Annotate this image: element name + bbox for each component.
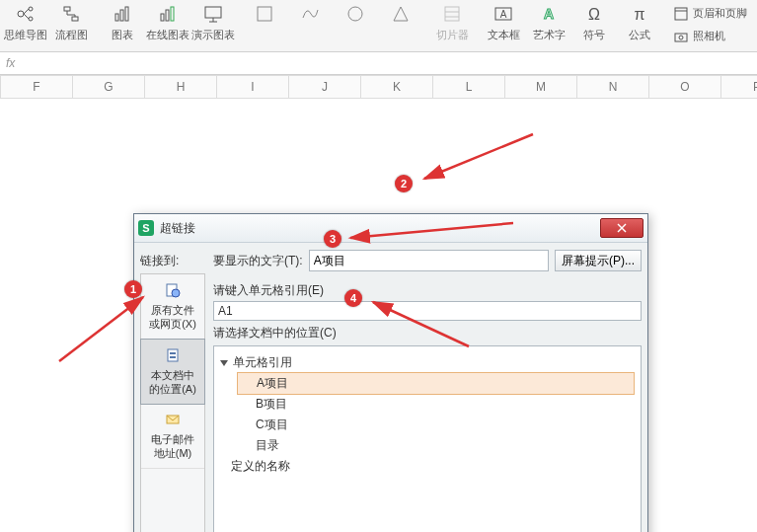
ribbon-formula[interactable]: π 公式 bbox=[618, 2, 661, 42]
column-header[interactable]: G bbox=[73, 76, 145, 99]
column-header[interactable]: J bbox=[289, 76, 361, 99]
svg-rect-7 bbox=[115, 14, 118, 21]
ribbon-flowchart[interactable]: 流程图 bbox=[49, 2, 93, 42]
ribbon-slicer[interactable]: 切片器 bbox=[430, 2, 474, 42]
tree-node-b[interactable]: B项目 bbox=[220, 394, 635, 415]
svg-text:A: A bbox=[544, 6, 554, 22]
column-header[interactable]: O bbox=[649, 76, 721, 99]
tree-node-label: 单元格引用 bbox=[233, 355, 292, 369]
svg-rect-5 bbox=[64, 7, 70, 11]
svg-line-4 bbox=[24, 14, 29, 19]
column-headers: FGHIJKLMNOP bbox=[0, 75, 757, 99]
svg-point-36 bbox=[172, 289, 180, 297]
link-to-sidebar: 原有文件 或网页(X) 本文档中 的位置(A) 电子邮件 地址(M) bbox=[140, 273, 205, 532]
ribbon-shapes-2[interactable] bbox=[288, 2, 332, 26]
column-header[interactable]: M bbox=[505, 76, 577, 99]
shapes-icon bbox=[389, 2, 413, 26]
svg-text:A: A bbox=[500, 9, 507, 20]
ribbon-shapes-4[interactable] bbox=[379, 2, 422, 26]
shapes-icon bbox=[343, 2, 367, 26]
tree-node-a[interactable]: A项目 bbox=[237, 372, 635, 395]
svg-rect-6 bbox=[72, 17, 78, 21]
wordart-icon: A bbox=[537, 2, 561, 26]
ribbon-flowchart-label: 流程图 bbox=[55, 28, 88, 42]
sidebar-item-email[interactable]: 电子邮件 地址(M) bbox=[141, 404, 204, 469]
ribbon-online-chart[interactable]: 在线图表 bbox=[146, 2, 189, 42]
ribbon-slicer-label: 切片器 bbox=[436, 28, 469, 42]
slicer-icon bbox=[440, 2, 464, 26]
svg-rect-13 bbox=[205, 7, 221, 18]
column-header[interactable]: P bbox=[721, 76, 758, 99]
svg-rect-19 bbox=[445, 7, 459, 21]
ribbon-mindmap-label: 思维导图 bbox=[4, 28, 47, 42]
worksheet[interactable]: FGHIJKLMNOP S 超链接 链接到: 原有文件 或网页(X) bbox=[0, 75, 757, 532]
ribbon-textbox[interactable]: A 文本框 bbox=[482, 2, 525, 42]
dialog-titlebar[interactable]: S 超链接 bbox=[134, 214, 647, 243]
tree-node-toc[interactable]: 目录 bbox=[220, 435, 635, 456]
sidebar-item-thisdoc[interactable]: 本文档中 的位置(A) bbox=[140, 339, 205, 405]
ribbon-present-chart[interactable]: 演示图表 bbox=[191, 2, 235, 42]
mindmap-icon bbox=[14, 2, 38, 26]
ribbon-insert-group-2: 对象 附件 bbox=[752, 2, 757, 47]
shapes-icon bbox=[298, 2, 322, 26]
display-text-input[interactable] bbox=[309, 250, 549, 271]
email-icon bbox=[164, 412, 182, 429]
column-header[interactable]: L bbox=[433, 76, 505, 99]
ribbon-attachment[interactable]: 附件 bbox=[752, 25, 757, 47]
location-tree[interactable]: 单元格引用 A项目 B项目 C项目 目录 定义的名称 bbox=[213, 345, 642, 532]
formula-bar[interactable]: fx bbox=[0, 52, 757, 75]
ribbon-shapes-3[interactable] bbox=[334, 2, 377, 26]
tree-node-label: C项目 bbox=[238, 418, 288, 431]
sidebar-item-existing[interactable]: 原有文件 或网页(X) bbox=[141, 274, 204, 340]
svg-line-42 bbox=[424, 134, 533, 179]
ribbon-object[interactable]: 对象 bbox=[752, 2, 757, 25]
ribbon-symbol-label: 符号 bbox=[583, 28, 605, 42]
ribbon-camera[interactable]: 照相机 bbox=[669, 25, 750, 47]
display-text-row: 要显示的文字(T): 屏幕提示(P)... bbox=[213, 249, 642, 272]
svg-rect-38 bbox=[170, 352, 176, 354]
ribbon-shapes-1[interactable] bbox=[243, 2, 286, 26]
ribbon-wordart[interactable]: A 艺术字 bbox=[527, 2, 570, 42]
cellref-label: 请键入单元格引用(E) bbox=[213, 282, 642, 299]
present-chart-icon bbox=[201, 2, 225, 26]
this-doc-icon bbox=[164, 347, 182, 365]
svg-text:Ω: Ω bbox=[588, 6, 600, 23]
annotation-badge-2: 2 bbox=[395, 175, 413, 192]
column-header[interactable]: I bbox=[217, 76, 289, 99]
flowchart-icon bbox=[59, 2, 83, 26]
sidebar-item-existing-label: 原有文件 或网页(X) bbox=[149, 303, 196, 331]
column-header[interactable]: H bbox=[145, 76, 217, 99]
formula-icon: π bbox=[628, 2, 651, 26]
display-text-label: 要显示的文字(T): bbox=[213, 253, 303, 269]
column-header[interactable]: N bbox=[577, 76, 649, 99]
screentip-button[interactable]: 屏幕提示(P)... bbox=[555, 250, 642, 271]
svg-rect-27 bbox=[675, 8, 687, 20]
svg-text:π: π bbox=[634, 6, 644, 23]
svg-rect-11 bbox=[166, 10, 169, 21]
ribbon-mindmap[interactable]: 思维导图 bbox=[4, 2, 47, 42]
ribbon-present-chart-label: 演示图表 bbox=[191, 28, 235, 42]
tree-node-cellref[interactable]: 单元格引用 bbox=[220, 352, 635, 373]
svg-point-0 bbox=[18, 11, 24, 17]
svg-point-30 bbox=[679, 36, 683, 39]
sidebar-item-email-label: 电子邮件 地址(M) bbox=[151, 432, 194, 460]
svg-rect-10 bbox=[161, 14, 164, 21]
tree-node-label: 定义的名称 bbox=[231, 459, 290, 473]
ribbon-online-chart-label: 在线图表 bbox=[146, 28, 189, 42]
link-to-label: 链接到: bbox=[140, 253, 201, 269]
tree-node-label: 目录 bbox=[238, 438, 279, 452]
svg-marker-18 bbox=[394, 7, 408, 21]
tree-node-defined[interactable]: 定义的名称 bbox=[220, 456, 635, 477]
ribbon-symbol[interactable]: Ω 符号 bbox=[572, 2, 616, 42]
ribbon-header-footer[interactable]: 页眉和页脚 bbox=[669, 2, 750, 25]
ribbon-camera-label: 照相机 bbox=[693, 29, 725, 43]
column-header[interactable]: F bbox=[1, 76, 73, 99]
tree-node-label: B项目 bbox=[238, 397, 287, 411]
column-header[interactable]: K bbox=[361, 76, 433, 99]
dialog-title: 超链接 bbox=[160, 220, 600, 237]
close-button[interactable] bbox=[600, 218, 643, 238]
cellref-input[interactable]: A1 bbox=[213, 301, 642, 321]
tree-node-c[interactable]: C项目 bbox=[220, 415, 635, 435]
svg-point-2 bbox=[29, 17, 33, 21]
ribbon-chart[interactable]: 图表 bbox=[101, 2, 144, 42]
